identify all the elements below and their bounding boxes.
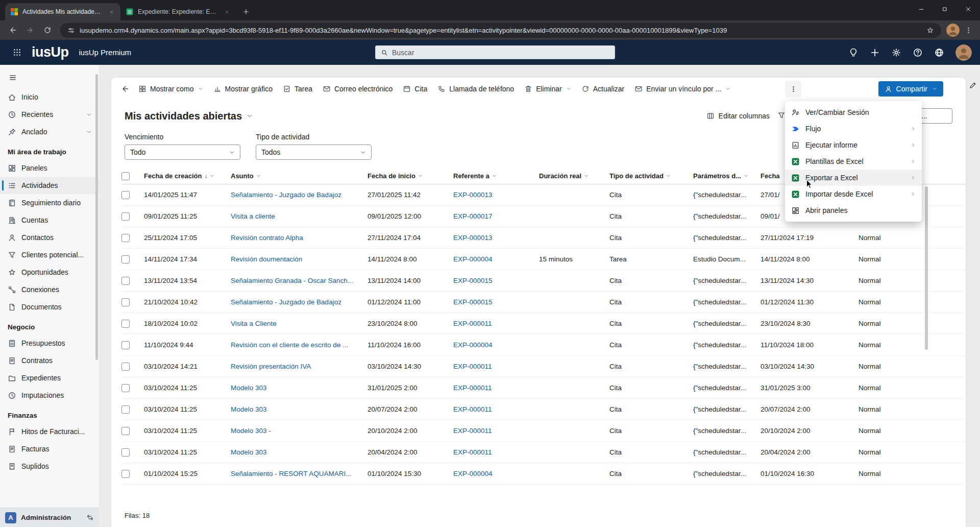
settings-gear-icon[interactable]: [891, 47, 901, 58]
menu-item[interactable]: Ejecutar informe: [785, 137, 922, 153]
row-checkbox[interactable]: [121, 234, 130, 242]
row-checkbox[interactable]: [121, 298, 130, 306]
command-button[interactable]: Enviar un vínculo por ...: [630, 80, 735, 98]
menu-item[interactable]: Flujo: [785, 121, 922, 137]
browser-profile-avatar[interactable]: [946, 23, 960, 37]
sidebar-item[interactable]: Anclado: [0, 123, 99, 140]
chevron-down-icon[interactable]: [725, 86, 730, 91]
row-checkbox[interactable]: [121, 448, 130, 457]
asunto-link[interactable]: Señalamiento Granada - Oscar Sanch...: [231, 277, 353, 284]
menu-item[interactable]: Plantillas de Excel: [785, 153, 922, 170]
command-button[interactable]: Mostrar como: [134, 80, 208, 98]
chevron-down-icon[interactable]: [744, 174, 748, 178]
sidebar-item[interactable]: Actividades: [0, 177, 99, 194]
tab-close-icon[interactable]: [223, 8, 231, 16]
row-checkbox[interactable]: [121, 427, 130, 435]
sidebar-scrollbar[interactable]: [95, 74, 98, 360]
row-checkbox[interactable]: [121, 255, 130, 264]
share-button[interactable]: Compartir: [878, 81, 943, 97]
sidebar-item[interactable]: Expedientes: [0, 369, 99, 387]
menu-item[interactable]: Ver/Cambiar Sesión: [785, 104, 922, 121]
sidebar-item[interactable]: Facturas: [0, 440, 99, 458]
referente-link[interactable]: EXP-000013: [453, 191, 493, 199]
global-search-box[interactable]: [375, 45, 615, 59]
row-checkbox[interactable]: [121, 212, 130, 221]
browser-forward-button[interactable]: [22, 22, 38, 38]
table-row[interactable]: 03/10/2024 11:25 Modelo 303 31/01/2025 2…: [121, 377, 966, 399]
column-header[interactable]: Tipo de actividad ↓: [609, 172, 693, 180]
referente-link[interactable]: EXP-000004: [453, 255, 493, 263]
asunto-link[interactable]: Revisión presentación IVA: [231, 363, 311, 370]
command-button[interactable]: Llamada de teléfono: [433, 80, 519, 98]
window-maximize-button[interactable]: [933, 0, 957, 18]
referente-link[interactable]: EXP-000013: [453, 234, 493, 242]
quick-create-plus-icon[interactable]: [870, 47, 880, 58]
window-minimize-button[interactable]: [910, 0, 933, 18]
browser-back-button[interactable]: [5, 22, 20, 38]
sidebar-item[interactable]: Presupuestos: [0, 334, 99, 352]
referente-link[interactable]: EXP-000004: [453, 470, 493, 477]
asunto-link[interactable]: Modelo 303: [231, 448, 267, 456]
bookmark-star-icon[interactable]: [926, 27, 934, 34]
referente-link[interactable]: EXP-000004: [453, 341, 493, 349]
chevron-down-icon[interactable]: [666, 174, 671, 178]
sidebar-item[interactable]: Contactos: [0, 229, 99, 246]
asunto-link[interactable]: Visita a Cliente: [231, 320, 277, 327]
tipo-actividad-dropdown[interactable]: Todos: [256, 145, 372, 160]
column-header[interactable]: Referente a ↓: [453, 172, 539, 180]
command-button[interactable]: Cita: [398, 80, 432, 98]
swap-area-icon[interactable]: [86, 514, 94, 521]
sidebar-item[interactable]: Suplidos: [0, 458, 99, 475]
menu-item[interactable]: Abrir paneles: [785, 202, 922, 219]
table-row[interactable]: 25/11/2024 17:05 Revisión contrato Alpha…: [121, 227, 966, 249]
table-row[interactable]: 03/10/2024 11:25 Modelo 303 20/04/2024 2…: [121, 442, 966, 463]
more-commands-button[interactable]: [785, 81, 801, 97]
sidebar-item[interactable]: Clientes potencial...: [0, 246, 99, 264]
waffle-icon[interactable]: [8, 44, 26, 61]
url-text[interactable]: iusupdemo.crm4.dynamics.com/main.aspx?ap…: [80, 27, 922, 34]
asunto-link[interactable]: Señalamiento - RESORT AQUAMARI...: [231, 470, 352, 477]
row-checkbox[interactable]: [121, 341, 130, 349]
window-close-button[interactable]: [957, 0, 980, 18]
chevron-down-icon[interactable]: [418, 174, 423, 178]
table-row[interactable]: 03/10/2024 11:25 Modelo 303 - 20/10/2024…: [121, 420, 966, 442]
row-checkbox[interactable]: [121, 277, 130, 285]
browser-menu-icon[interactable]: [962, 23, 975, 37]
address-bar[interactable]: iusupdemo.crm4.dynamics.com/main.aspx?ap…: [60, 23, 941, 38]
asunto-link[interactable]: Revisión contrato Alpha: [231, 234, 303, 242]
table-row[interactable]: 13/11/2024 13:54 Señalamiento Granada - …: [121, 270, 966, 292]
select-all-checkbox[interactable]: [121, 172, 130, 180]
asunto-link[interactable]: Modelo 303: [231, 384, 267, 392]
asunto-link[interactable]: Revisión con el cliente de escrito de ..…: [231, 341, 348, 349]
chevron-down-icon[interactable]: [247, 113, 253, 119]
sidebar-item[interactable]: Seguimiento diario: [0, 194, 99, 211]
sidebar-item[interactable]: Recientes: [0, 106, 99, 123]
table-row[interactable]: 03/10/2024 14:21 Revisión presentación I…: [121, 356, 966, 377]
chevron-down-icon[interactable]: [566, 86, 571, 91]
referente-link[interactable]: EXP-000015: [453, 298, 493, 306]
column-header[interactable]: Duración real ↓: [539, 172, 609, 180]
table-row[interactable]: 21/10/2024 10:42 Señalamiento - Juzgado …: [121, 292, 966, 313]
asunto-link[interactable]: Señalamiento - Juzgado de Badajoz: [231, 191, 341, 199]
asunto-link[interactable]: Revisión doumentación: [231, 255, 302, 263]
table-row[interactable]: 18/10/2024 10:02 Visita a Cliente 23/10/…: [121, 313, 966, 334]
chevron-down-icon[interactable]: [86, 112, 92, 117]
referente-link[interactable]: EXP-000011: [453, 448, 492, 456]
row-checkbox[interactable]: [121, 191, 130, 199]
asunto-link[interactable]: Visita a cliente: [231, 212, 275, 220]
referente-link[interactable]: EXP-000011: [453, 320, 492, 327]
row-checkbox[interactable]: [121, 384, 130, 392]
chevron-down-icon[interactable]: [492, 174, 497, 178]
sidebar-item[interactable]: Hitos de Facturaci...: [0, 423, 99, 440]
row-checkbox[interactable]: [121, 405, 130, 414]
table-row[interactable]: 14/11/2024 17:34 Revisión doumentación 1…: [121, 249, 966, 270]
browser-refresh-button[interactable]: [40, 22, 55, 38]
sidebar-item[interactable]: Paneles: [0, 159, 99, 177]
column-header[interactable]: Asunto ↓: [231, 172, 368, 180]
browser-tab-active[interactable]: Actividades Mis actividades ab: [5, 3, 120, 20]
edit-columns-button[interactable]: Editar columnas: [706, 112, 770, 120]
column-header[interactable]: Parámetros d... ↓: [693, 172, 761, 180]
view-selector[interactable]: Mis actividades abiertas: [125, 110, 253, 122]
row-checkbox[interactable]: [121, 470, 130, 478]
sidebar-item[interactable]: Conexiones: [0, 281, 99, 298]
